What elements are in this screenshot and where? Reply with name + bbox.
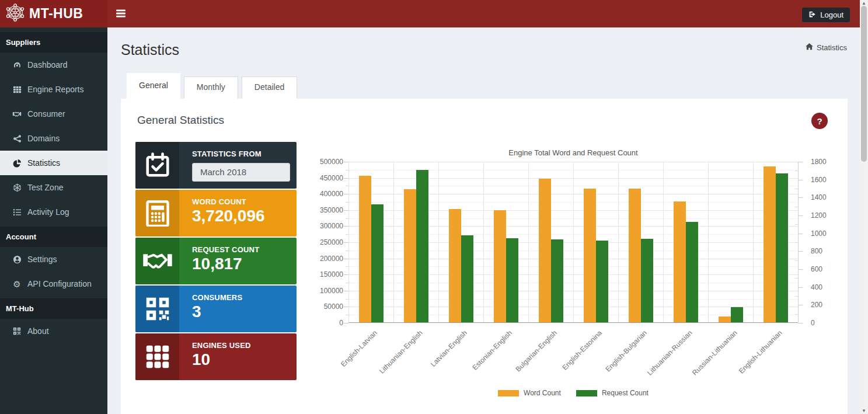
axis-tick xyxy=(344,162,348,162)
stat-cards: STATISTICS FROM March 2018 xyxy=(135,142,297,381)
sidebar-toggle-button[interactable] xyxy=(113,7,129,21)
bar-word-count xyxy=(629,189,641,322)
axis-tick xyxy=(346,234,348,235)
tab-monthly[interactable]: Monthly xyxy=(184,76,238,99)
sidebar-item-label: About xyxy=(27,326,49,336)
bar-request-count xyxy=(686,222,698,323)
y-axis-left-label: 50000 xyxy=(311,302,343,311)
gridline xyxy=(438,162,439,322)
sidebar-item-label: Activity Log xyxy=(27,207,69,217)
calendar-check-icon xyxy=(135,142,179,189)
axis-tick xyxy=(346,299,348,300)
legend-item-request-count[interactable]: Request Count xyxy=(576,389,649,397)
stat-card-value: 3 xyxy=(192,302,291,321)
legend-item-word-count[interactable]: Word Count xyxy=(498,389,561,397)
x-axis-label: Bulgarian-English xyxy=(514,329,559,373)
help-button[interactable]: ? xyxy=(811,113,828,129)
gridline xyxy=(753,162,754,322)
hamburger-icon xyxy=(116,11,126,19)
bar-word-count xyxy=(764,166,776,322)
y-axis-left-label: 450000 xyxy=(311,174,343,182)
axis-tick xyxy=(795,314,798,315)
content-header: Statistics Statistics xyxy=(107,27,868,58)
axis-tick xyxy=(795,260,798,261)
gear-icon: ⚙ xyxy=(12,279,22,288)
sidebar-item-settings[interactable]: Settings xyxy=(0,247,107,272)
x-axis-label: Russian-Lithuanian xyxy=(691,329,739,377)
page-title: Statistics xyxy=(121,41,855,58)
tab-general[interactable]: General xyxy=(127,73,180,99)
brand-logo[interactable]: MT-HUB xyxy=(0,0,107,27)
gridline xyxy=(618,162,619,322)
bar-request-count xyxy=(506,238,518,322)
x-axis-label: English-Lithuanian xyxy=(737,329,784,375)
statistics-from-select[interactable]: March 2018 xyxy=(192,163,290,182)
test-zone-icon xyxy=(12,183,22,192)
sidebar-item-domains[interactable]: Domains xyxy=(0,126,107,151)
axis-tick xyxy=(346,266,348,267)
sidebar-item-statistics[interactable]: Statistics xyxy=(0,151,107,175)
axis-tick xyxy=(344,259,348,259)
scrollbar-thumb[interactable] xyxy=(861,6,867,162)
gridline xyxy=(708,162,709,322)
bar-word-count xyxy=(539,179,551,322)
y-axis-left-label: 350000 xyxy=(311,206,343,214)
sidebar-item-about[interactable]: About xyxy=(0,319,107,343)
stat-card-request-count: REQUEST COUNT 10,817 xyxy=(135,238,297,284)
sidebar-item-engine-reports[interactable]: Engine Reports xyxy=(0,77,107,102)
tab-bar: General Monthly Detailed xyxy=(127,73,868,99)
legend-label: Word Count xyxy=(524,389,561,397)
vertical-scrollbar[interactable]: ▲ ▼ xyxy=(860,0,868,414)
bar-request-count xyxy=(371,204,384,322)
stat-card-consumers: CONSUMERS 3 xyxy=(135,286,297,332)
chart-legend: Word CountRequest Count xyxy=(348,389,798,397)
logout-button[interactable]: Logout xyxy=(802,8,850,22)
stat-card-word-count: WORD COUNT 3,720,096 xyxy=(135,190,297,236)
axis-tick xyxy=(344,323,348,323)
x-axis-label: English-Bulgarian xyxy=(604,329,649,373)
axis-tick xyxy=(798,197,803,198)
axis-tick xyxy=(798,180,803,180)
sidebar-item-dashboard[interactable]: Dashboard xyxy=(0,53,107,77)
plot-area xyxy=(348,162,798,323)
chart: Engine Total Word and Request Count 0500… xyxy=(309,144,823,403)
y-axis-left-label: 150000 xyxy=(311,270,343,279)
dashboard-icon xyxy=(12,60,22,69)
engine-reports-icon xyxy=(12,85,22,94)
sidebar-item-label: API Configuration xyxy=(27,279,92,288)
bar-request-count xyxy=(731,307,743,322)
y-axis-left-label: 0 xyxy=(311,319,343,327)
sidebar-item-label: Domains xyxy=(27,134,60,143)
axis-tick xyxy=(344,242,348,243)
sidebar-item-api-configuration[interactable]: ⚙ API Configuration xyxy=(0,272,107,296)
bar-word-count xyxy=(494,210,506,322)
y-axis-right-label: 600 xyxy=(811,265,834,273)
sidebar-section-account: Account xyxy=(0,227,107,247)
axis-tick xyxy=(798,251,803,252)
axis-tick xyxy=(795,278,798,279)
stat-card-label: CONSUMERS xyxy=(192,293,291,302)
consumer-icon xyxy=(12,109,22,119)
top-navbar: MT-HUB Logout xyxy=(0,0,868,27)
breadcrumb[interactable]: Statistics xyxy=(806,43,847,52)
axis-tick xyxy=(798,269,803,270)
scroll-down-arrow[interactable]: ▼ xyxy=(860,408,868,414)
axis-tick xyxy=(798,287,803,288)
tab-detailed[interactable]: Detailed xyxy=(242,76,297,99)
y-axis-right-label: 0 xyxy=(811,319,834,327)
y-axis-right-label: 400 xyxy=(811,283,834,291)
axis-tick xyxy=(346,170,348,171)
y-axis-right-label: 200 xyxy=(811,301,834,309)
sidebar-item-label: Dashboard xyxy=(27,60,68,69)
sidebar-item-activity-log[interactable]: Activity Log xyxy=(0,200,107,224)
y-axis-right-label: 1800 xyxy=(811,158,834,166)
bar-word-count xyxy=(449,209,461,322)
sidebar-item-label: Settings xyxy=(27,255,57,264)
home-icon xyxy=(806,43,813,52)
sidebar-item-test-zone[interactable]: Test Zone xyxy=(0,175,107,200)
y-axis-left-label: 300000 xyxy=(311,222,343,230)
bar-request-count xyxy=(461,235,473,322)
sidebar-item-consumer[interactable]: Consumer xyxy=(0,102,107,126)
tab-pane-general: General Statistics ? STATISTICS FROM Mar… xyxy=(121,99,848,414)
axis-tick xyxy=(798,162,803,162)
